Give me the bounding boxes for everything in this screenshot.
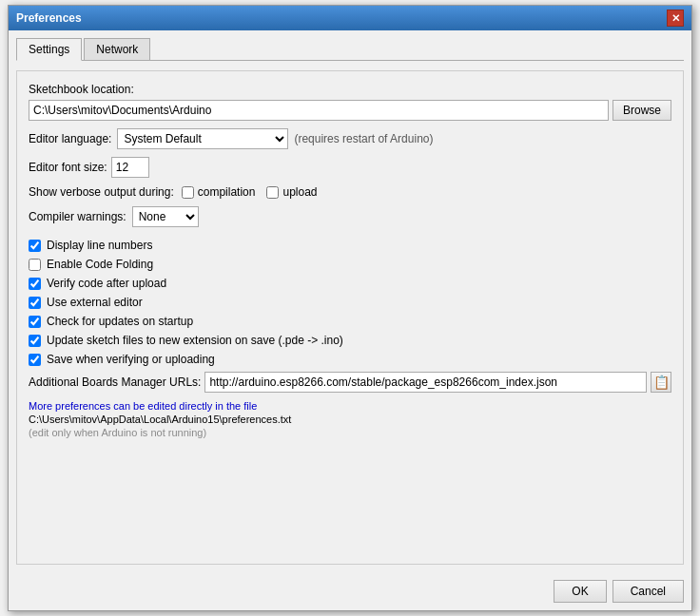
verbose-row: Show verbose output during: compilation … xyxy=(29,185,671,199)
checkbox-save-when-verifying: Save when verifying or uploading xyxy=(29,353,671,366)
checkbox-display-line-numbers: Display line numbers xyxy=(29,239,671,252)
copy-button[interactable]: 📋 xyxy=(651,372,671,393)
settings-panel: Sketchbook location: Browse Editor langu… xyxy=(16,70,684,565)
external-editor-label: Use external editor xyxy=(47,296,143,309)
sketchbook-label: Sketchbook location: xyxy=(29,83,671,96)
update-sketch-checkbox[interactable] xyxy=(29,335,41,347)
ok-button[interactable]: OK xyxy=(554,580,606,603)
upload-label: upload xyxy=(282,185,317,199)
restart-note: (requires restart of Arduino) xyxy=(294,132,433,145)
external-editor-checkbox[interactable] xyxy=(29,297,41,309)
content-area: Settings Network Sketchbook location: Br… xyxy=(9,30,691,572)
save-when-verifying-checkbox[interactable] xyxy=(29,354,41,366)
verify-code-label: Verify code after upload xyxy=(47,277,166,290)
compilation-label: compilation xyxy=(198,185,256,199)
sketchbook-row: Browse xyxy=(29,100,671,121)
additional-boards-row: Additional Boards Manager URLs: 📋 xyxy=(29,372,671,393)
save-when-verifying-label: Save when verifying or uploading xyxy=(47,353,215,366)
upload-checkbox[interactable] xyxy=(266,186,279,199)
enable-code-folding-label: Enable Code Folding xyxy=(47,258,153,271)
window-title: Preferences xyxy=(16,11,82,25)
verbose-label: Show verbose output during: xyxy=(29,185,174,199)
enable-code-folding-checkbox[interactable] xyxy=(29,259,41,271)
tab-network[interactable]: Network xyxy=(84,38,150,60)
close-button[interactable]: ✕ xyxy=(667,10,684,27)
compilation-item: compilation xyxy=(182,185,256,199)
check-updates-label: Check for updates on startup xyxy=(47,315,193,328)
compiler-warnings-label: Compiler warnings: xyxy=(29,210,126,223)
browse-button[interactable]: Browse xyxy=(612,100,671,121)
check-updates-checkbox[interactable] xyxy=(29,316,41,328)
editor-language-label: Editor language: xyxy=(29,132,111,145)
preferences-path: C:\Users\mitov\AppData\Local\Arduino15\p… xyxy=(29,414,671,425)
font-size-input[interactable] xyxy=(111,157,149,178)
editor-font-size-label: Editor font size: xyxy=(29,161,107,174)
display-line-numbers-checkbox[interactable] xyxy=(29,240,41,252)
tab-bar: Settings Network xyxy=(16,38,684,61)
compiler-warnings-row: Compiler warnings: None Default More All xyxy=(29,206,671,227)
compilation-checkbox[interactable] xyxy=(182,186,194,199)
editor-font-size-row: Editor font size: xyxy=(29,157,671,178)
sketchbook-input[interactable] xyxy=(29,100,609,121)
bottom-buttons: OK Cancel xyxy=(9,572,691,610)
title-bar: Preferences ✕ xyxy=(9,6,691,30)
editor-language-select[interactable]: System Default xyxy=(117,128,288,149)
compiler-warnings-select[interactable]: None Default More All xyxy=(132,206,199,227)
more-preferences-text: More preferences can be edited directly … xyxy=(29,400,671,412)
checkbox-verify-code: Verify code after upload xyxy=(29,277,671,290)
additional-boards-label: Additional Boards Manager URLs: xyxy=(29,375,201,389)
checkbox-update-sketch: Update sketch files to new extension on … xyxy=(29,334,671,347)
upload-item: upload xyxy=(266,185,317,199)
update-sketch-label: Update sketch files to new extension on … xyxy=(47,334,343,347)
checkbox-enable-code-folding: Enable Code Folding xyxy=(29,258,671,271)
display-line-numbers-label: Display line numbers xyxy=(47,239,152,252)
tab-settings[interactable]: Settings xyxy=(16,38,82,61)
editor-language-row: Editor language: System Default (require… xyxy=(29,128,671,149)
cancel-button[interactable]: Cancel xyxy=(612,580,684,603)
preferences-window: Preferences ✕ Settings Network Sketchboo… xyxy=(8,5,692,611)
edit-note: (edit only when Arduino is not running) xyxy=(29,427,671,438)
verify-code-checkbox[interactable] xyxy=(29,278,41,290)
checkbox-external-editor: Use external editor xyxy=(29,296,671,309)
additional-boards-input[interactable] xyxy=(204,372,647,393)
checkbox-check-updates: Check for updates on startup xyxy=(29,315,671,328)
